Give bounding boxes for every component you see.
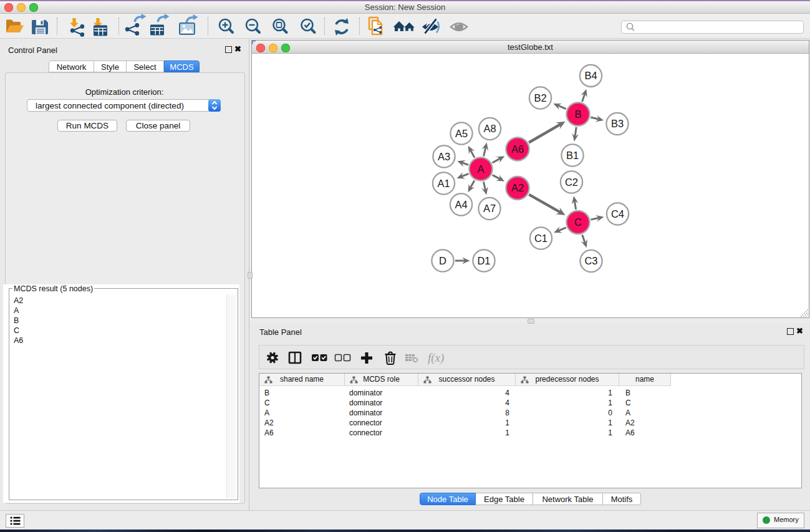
svg-text:B3: B3 [611,118,624,129]
svg-text:A3: A3 [438,151,450,162]
svg-text:A4: A4 [455,199,467,210]
svg-text:A: A [477,163,484,175]
svg-text:f(x): f(x) [428,351,444,365]
svg-text:B4: B4 [584,70,597,81]
svg-text:C1: C1 [534,233,547,244]
svg-text:A7: A7 [483,203,496,214]
svg-text:A2: A2 [511,182,524,193]
svg-text:C3: C3 [584,255,597,266]
svg-text:B: B [574,109,581,120]
svg-text:A8: A8 [483,123,496,134]
svg-text:A6: A6 [511,143,524,155]
svg-text:C: C [574,216,582,228]
svg-text:D1: D1 [477,255,490,266]
svg-text:A5: A5 [455,128,468,139]
svg-text:D: D [439,255,446,266]
svg-text:C2: C2 [565,177,578,188]
svg-text:B1: B1 [566,150,579,161]
svg-text:C4: C4 [611,208,624,220]
svg-text:B2: B2 [534,92,546,104]
svg-text:A1: A1 [437,178,450,189]
